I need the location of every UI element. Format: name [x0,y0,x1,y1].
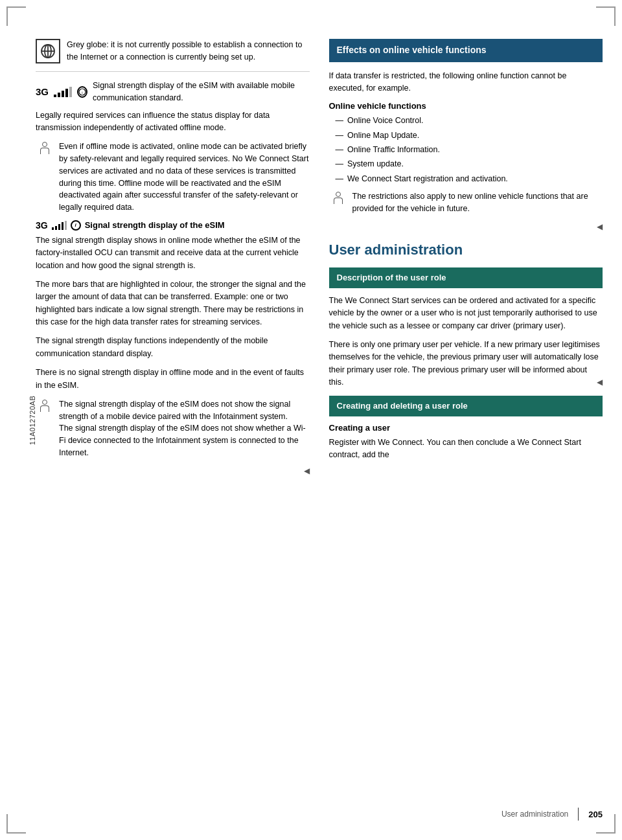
online-function-1: — Online Voice Control. [336,115,603,127]
sidebar-label: 11A012720AB [29,395,36,444]
note1-row: Even if offline mode is activated, onlin… [36,141,310,214]
online-function-2: — Online Map Update. [336,130,603,142]
desc-role-body2: There is only one primary user per vehic… [329,339,603,389]
signal-bars-icon [54,87,72,97]
signal-row: 3G i Signal strength display of the eSIM… [36,80,310,104]
note2-text-content: The signal strength display of the eSIM … [59,400,306,457]
online-function-4-text: System update. [347,158,404,170]
end-marker-right-1: ◀ [329,221,603,231]
esim-icon: i [77,86,87,98]
end-marker-left: ◀ [36,466,310,475]
note1-text: Even if offline mode is activated, onlin… [59,141,310,214]
note2-row: The signal strength display of the eSIM … [36,398,310,459]
signal-section-heading-text: Signal strength display of the eSIM [85,220,225,230]
effects-intro: If data transfer is restricted, the foll… [329,70,603,95]
creating-heading: Creating and deleting a user role [329,396,603,416]
footer-page-number: 205 [588,810,603,819]
desc-role-heading: Description of the user role [329,267,603,288]
signal-strength-heading-row: 3G i Signal strength display of the eSIM [36,220,310,231]
note2-text: The signal strength display of the eSIM … [59,398,310,459]
footer: User administration 205 [501,808,603,821]
corner-tr [596,6,616,26]
desc-role-body1: The We Connect Start services can be ord… [329,295,603,332]
user-admin-title: User administration [329,242,603,258]
esim-icon-2: i [71,220,81,231]
corner-tl [6,6,26,26]
online-function-3: — Online Traffic Information. [336,144,603,156]
signal-body3: The signal strength display functions in… [36,335,310,360]
dash-3: — [336,144,344,156]
dash-5: — [336,173,344,185]
online-function-5: — We Connect Start registration and acti… [336,173,603,185]
restrictions-note-content: The restrictions also apply to new onlin… [352,192,588,213]
signal-body1: The signal strength display shows in onl… [36,234,310,272]
person-icon-2 [36,398,54,412]
creating-user-body: Register with We Connect. You can then c… [329,437,603,462]
effects-heading: Effects on online vehicle functions [329,39,603,62]
right-column: Effects on online vehicle functions If d… [329,39,603,475]
online-function-4: — System update. [336,158,603,170]
creating-user-subheading: Creating a user [329,423,603,433]
online-function-3-text: Online Traffic Information. [347,144,440,156]
creating-heading-text: Creating and deleting a user role [337,401,468,411]
dash-1: — [336,115,344,127]
grey-globe-section: Grey globe: it is not currently possible… [36,39,310,63]
dash-4: — [336,158,344,170]
restrictions-note-row: The restrictions also apply to new onlin… [329,190,603,215]
grey-globe-icon [36,39,60,63]
online-functions-list: — Online Voice Control. — Online Map Upd… [336,115,603,185]
legally-text: Legally required services can influence … [36,109,310,135]
left-column: Grey globe: it is not currently possible… [36,39,310,475]
signal-body4: There is no signal strength display in o… [36,367,310,392]
online-functions-heading: Online vehicle functions [329,101,603,111]
footer-divider [578,808,579,821]
page: 11A012720AB Grey globe: it is not curren… [0,0,622,840]
footer-section-text: User administration [501,810,568,819]
signal-3g-label-2: 3G [36,220,48,231]
online-function-5-text: We Connect Start registration and activa… [347,173,508,185]
person-icon-3 [329,190,347,204]
corner-bl [6,814,26,834]
person-icon-1 [36,141,54,154]
signal-description: Signal strength display of the eSIM with… [93,80,309,104]
signal-3g-label: 3G [36,86,49,97]
grey-globe-text: Grey globe: it is not currently possible… [67,39,310,63]
divider-1 [36,71,310,72]
signal-bars-icon-2 [52,221,67,230]
dash-2: — [336,130,344,142]
restrictions-note-text: The restrictions also apply to new onlin… [352,190,603,215]
online-function-2-text: Online Map Update. [347,130,419,142]
end-triangle-2: ◀ [597,376,603,389]
signal-body2: The more bars that are highlighted in co… [36,278,310,329]
svg-text:i: i [82,91,82,95]
online-function-1-text: Online Voice Control. [347,115,423,127]
